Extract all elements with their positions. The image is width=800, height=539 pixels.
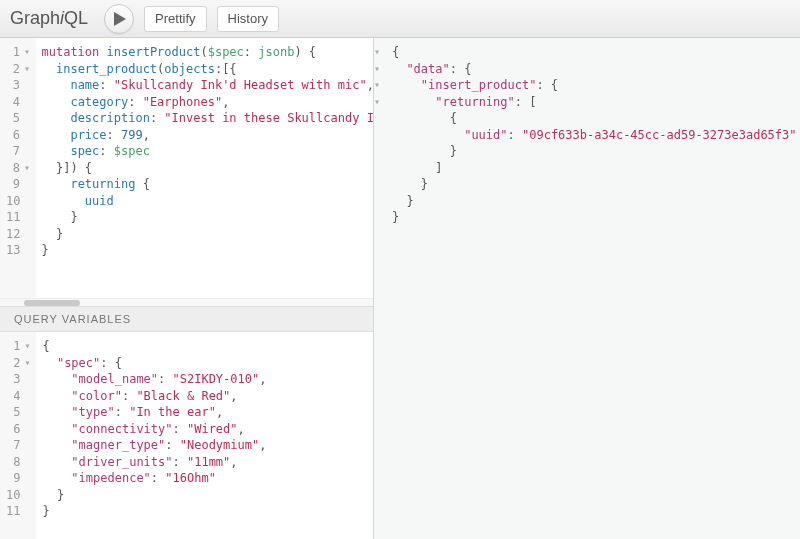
logo-text-pre: Graph (10, 8, 60, 28)
vars-code[interactable]: { "spec": { "model_name": "S2IKDY-010", … (36, 332, 373, 539)
svg-marker-0 (114, 12, 126, 26)
vars-fold-gutter[interactable]: ▾ ▾ (24, 332, 36, 539)
query-editor[interactable]: 1 2 3 4 5 6 7 8 9 10 11 12 13 ▾ ▾ ▾ muta… (0, 38, 373, 298)
variables-editor[interactable]: 1 2 3 4 5 6 7 8 9 10 11 ▾ ▾ { "spec": { … (0, 332, 373, 539)
query-code[interactable]: mutation insertProduct($spec: jsonb) { i… (36, 38, 374, 298)
result-code: { "data": { "insert_product": { "returni… (386, 38, 800, 539)
prettify-button[interactable]: Prettify (144, 6, 206, 32)
vars-line-gutter: 1 2 3 4 5 6 7 8 9 10 11 (0, 332, 24, 539)
main: 1 2 3 4 5 6 7 8 9 10 11 12 13 ▾ ▾ ▾ muta… (0, 38, 800, 539)
query-hscrollbar[interactable] (0, 298, 373, 306)
logo-text-post: QL (64, 8, 88, 28)
query-line-gutter: 1 2 3 4 5 6 7 8 9 10 11 12 13 (0, 38, 24, 298)
result-pane: ▾ ▾ ▾ ▾ { "data": { "insert_product": { … (374, 38, 800, 539)
query-fold-gutter[interactable]: ▾ ▾ ▾ (24, 38, 36, 298)
graphiql-logo: GraphiQL (10, 8, 88, 29)
variables-title[interactable]: Query Variables (0, 306, 373, 332)
execute-button[interactable] (104, 4, 134, 34)
history-button[interactable]: History (217, 6, 279, 32)
topbar: GraphiQL Prettify History (0, 0, 800, 38)
variables-pane: Query Variables 1 2 3 4 5 6 7 8 9 10 11 … (0, 306, 373, 539)
play-icon (114, 12, 126, 26)
left-pane: 1 2 3 4 5 6 7 8 9 10 11 12 13 ▾ ▾ ▾ muta… (0, 38, 374, 539)
query-hscroll-thumb[interactable] (24, 300, 80, 306)
result-fold-gutter[interactable]: ▾ ▾ ▾ ▾ (374, 38, 386, 539)
